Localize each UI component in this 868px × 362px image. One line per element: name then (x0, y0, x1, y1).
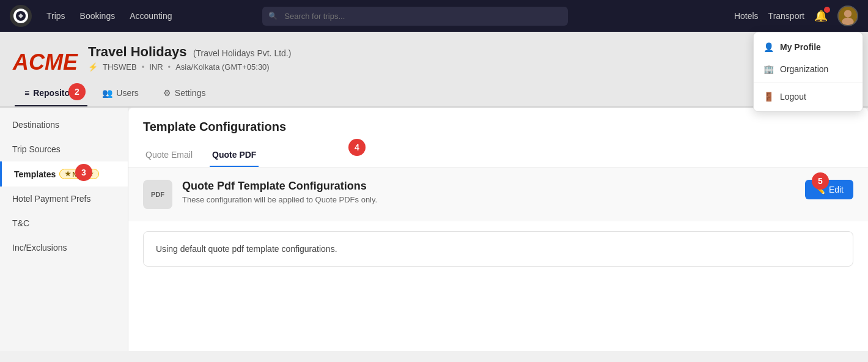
user-dropdown-menu: 👤 My Profile 🏢 Organization 🚪 Logout (753, 32, 863, 112)
content-panel: Template Configurations Quote Email Quot… (128, 108, 868, 351)
notification-badge (824, 7, 830, 13)
settings-icon: ⚙ (163, 88, 171, 98)
sidebar-item-inc-exclusions[interactable]: Inc/Exclusions (0, 235, 128, 260)
top-navigation: Trips Bookings Accounting Hotels Transpo… (0, 0, 868, 32)
template-info: Quote Pdf Template Configurations These … (182, 180, 795, 204)
company-details: Travel Holidays (Travel Holidays Pvt. Lt… (88, 44, 853, 72)
panel-inner: Template Configurations Quote Email Quot… (128, 108, 868, 267)
company-timezone: Asia/Kolkata (GMT+05:30) (175, 62, 270, 72)
company-code: THSWEB (103, 62, 137, 72)
tab-users[interactable]: 👥 Users (92, 81, 149, 106)
logout-icon: 🚪 (763, 92, 774, 102)
sidebar-item-trip-sources[interactable]: Trip Sources (0, 137, 128, 161)
meta-dot-1: • (142, 62, 145, 72)
dropdown-organization[interactable]: 🏢 Organization (754, 58, 862, 80)
sidebar-item-hotel-payment[interactable]: Hotel Payment Prefs (0, 187, 128, 211)
company-meta-icon: ⚡ (88, 62, 98, 72)
pdf-icon: PDF (143, 180, 172, 209)
company-meta: ⚡ THSWEB • INR • Asia/Kolkata (GMT+05:30… (88, 62, 853, 72)
tab-settings-label: Settings (175, 88, 206, 98)
company-name-sub: (Travel Holidays Pvt. Ltd.) (193, 48, 292, 58)
panel-tabs: Quote Email Quote PDF 4 (128, 144, 868, 168)
repository-icon: ≡ (24, 88, 29, 98)
step-badge-2: 2 (68, 83, 86, 100)
dropdown-divider (754, 83, 862, 83)
template-title: Quote Pdf Template Configurations (182, 180, 795, 193)
default-config-box: Using default quote pdf template configu… (143, 231, 853, 267)
profile-icon: 👤 (763, 42, 774, 52)
acme-logo-text: ACME (13, 51, 78, 73)
main-nav-links: Trips Bookings Accounting (46, 11, 172, 21)
templates-label: Templates (14, 169, 56, 179)
app-logo[interactable] (10, 5, 32, 27)
template-section: PDF Quote Pdf Template Configurations Th… (128, 168, 868, 221)
sidebar: Destinations Trip Sources Templates ★ Ne… (0, 108, 128, 351)
dropdown-profile-label: My Profile (780, 42, 821, 52)
company-name-main: Travel Holidays (88, 44, 186, 59)
default-config-text: Using default quote pdf template configu… (156, 244, 337, 254)
sidebar-item-destinations[interactable]: Destinations (0, 113, 128, 137)
sidebar-item-tnc[interactable]: T&C (0, 211, 128, 235)
dropdown-my-profile[interactable]: 👤 My Profile (754, 36, 862, 58)
nav-bookings[interactable]: Bookings (80, 11, 116, 21)
edit-button-label: Edit (829, 185, 844, 194)
notifications-bell[interactable]: 🔔 (814, 9, 828, 23)
company-logo: ACME (15, 44, 76, 81)
svg-point-2 (844, 10, 851, 17)
sub-navigation: ≡ Repository 👥 Users ⚙ Settings 2 (0, 81, 868, 107)
company-info: ACME Travel Holidays (Travel Holidays Pv… (15, 44, 853, 81)
company-name: Travel Holidays (Travel Holidays Pvt. Lt… (88, 44, 853, 60)
nav-hotels[interactable]: Hotels (734, 11, 759, 21)
template-card: PDF Quote Pdf Template Configurations Th… (143, 180, 853, 209)
company-header: ACME Travel Holidays (Travel Holidays Pv… (0, 32, 868, 108)
nav-trips[interactable]: Trips (46, 11, 65, 21)
step-badge-4: 4 (348, 139, 366, 156)
avatar-image (839, 7, 857, 25)
search-input[interactable] (262, 7, 568, 26)
sidebar-item-templates[interactable]: Templates ★ New ★ 3 (0, 161, 128, 187)
meta-dot-2: • (168, 62, 171, 72)
step-badge-5: 5 (812, 172, 829, 190)
nav-right-section: Hotels Transport 🔔 (734, 6, 858, 26)
logo-icon (13, 9, 28, 23)
organization-icon: 🏢 (763, 64, 774, 74)
template-description: These configuration will be applied to Q… (182, 195, 795, 204)
users-icon: 👥 (102, 88, 112, 98)
company-currency: INR (149, 62, 163, 72)
tab-users-label: Users (116, 88, 139, 98)
svg-point-3 (842, 18, 853, 26)
star-left-icon: ★ (65, 170, 71, 178)
search-container (262, 7, 568, 26)
tab-settings[interactable]: ⚙ Settings (153, 81, 216, 106)
user-avatar[interactable] (837, 6, 858, 26)
tab-quote-pdf[interactable]: Quote PDF (210, 144, 259, 167)
step-badge-3: 3 (75, 164, 92, 181)
dropdown-organization-label: Organization (780, 64, 828, 74)
templates-with-badge: Templates ★ New ★ (14, 169, 116, 179)
tab-quote-email[interactable]: Quote Email (143, 144, 195, 167)
dropdown-logout[interactable]: 🚪 Logout (754, 86, 862, 108)
dropdown-logout-label: Logout (780, 92, 806, 102)
nav-accounting[interactable]: Accounting (130, 11, 172, 21)
main-content: Destinations Trip Sources Templates ★ Ne… (0, 108, 868, 351)
nav-transport[interactable]: Transport (768, 11, 804, 21)
